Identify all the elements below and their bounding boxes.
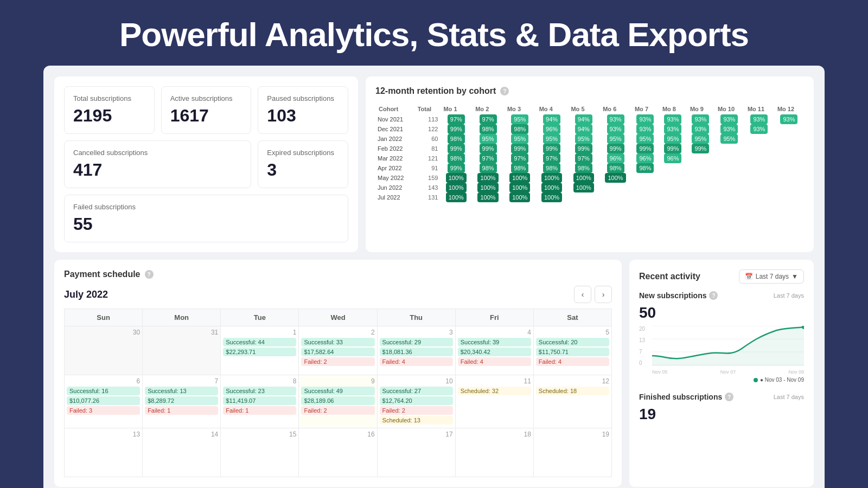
chart-svg-area [652,326,804,366]
cancelled-subscriptions-value: 417 [73,160,242,180]
calendar-icon: 📅 [745,273,753,280]
finished-subscriptions-count: 19 [639,406,804,423]
expired-subscriptions-card: Expired subscriptions 3 [258,140,348,188]
new-subscriptions-chart: 20 13 7 0 [639,326,804,375]
failed-subscriptions-value: 55 [73,214,339,234]
calendar-grid: SunMonTueWedThuFriSat 30311Successful: 4… [64,309,612,477]
schedule-title: Payment schedule [64,269,141,279]
active-subscriptions-card: Active subscriptions 1617 [161,86,252,134]
y-axis-labels: 20 13 7 0 [639,326,650,366]
total-subscriptions-card: Total subscriptions 2195 [64,86,155,134]
retention-help-icon[interactable]: ? [500,87,509,95]
bottom-section: Payment schedule ? July 2022 ‹ › SunMonT… [54,260,814,487]
failed-subscriptions-card: Failed subscriptions 55 [64,195,348,242]
finished-subscriptions-section: Finished subscriptions ? Last 7 days 19 [639,393,804,423]
new-subscriptions-section: New subscriptions ? Last 7 days 50 20 13… [639,291,804,383]
calendar-nav: July 2022 ‹ › [64,286,612,303]
chart-date-label: ● Nov 03 - Nov 09 [639,377,804,383]
total-subscriptions-label: Total subscriptions [73,94,145,102]
page-title: Powerful Analytics, Stats & Data Exports [0,0,868,66]
finished-subscriptions-header: Finished subscriptions ? Last 7 days [639,393,804,401]
retention-title: 12-month retention by cohort [375,86,496,96]
new-subscriptions-period: Last 7 days [774,292,804,299]
finished-subscriptions-period: Last 7 days [774,394,804,400]
top-section: Total subscriptions 2195 Active subscrip… [54,76,814,252]
activity-title: Recent activity [639,272,700,281]
chart-dot [754,378,758,382]
prev-month-button[interactable]: ‹ [574,286,591,303]
activity-header: Recent activity 📅 Last 7 days ▼ [639,269,804,284]
filter-label: Last 7 days [756,273,789,280]
expired-subscriptions-value: 3 [267,160,339,180]
schedule-panel: Payment schedule ? July 2022 ‹ › SunMonT… [54,260,622,487]
main-container: Total subscriptions 2195 Active subscrip… [43,66,825,488]
new-subscriptions-count: 50 [639,304,804,322]
cancelled-subscriptions-label: Cancelled subscriptions [73,149,242,157]
active-subscriptions-label: Active subscriptions [170,94,242,102]
active-subscriptions-value: 1617 [170,106,242,126]
next-month-button[interactable]: › [595,286,612,303]
stats-panel: Total subscriptions 2195 Active subscrip… [54,76,358,252]
chevron-down-icon: ▼ [792,273,798,280]
new-subscriptions-help-icon[interactable]: ? [709,291,718,300]
calendar-month-title: July 2022 [64,289,108,300]
retention-header: 12-month retention by cohort ? [375,86,804,96]
paused-subscriptions-label: Paused subscriptions [267,94,339,102]
new-subscriptions-title: New subscriptions ? [639,291,718,300]
total-subscriptions-value: 2195 [73,106,145,126]
activity-panel: Recent activity 📅 Last 7 days ▼ New subs… [629,260,814,487]
retention-table: CohortTotalMo 1Mo 2Mo 3Mo 4Mo 5Mo 6Mo 7M… [375,104,804,202]
nav-buttons: ‹ › [574,286,612,303]
finished-subscriptions-help-icon[interactable]: ? [725,393,733,401]
new-subscriptions-header: New subscriptions ? Last 7 days [639,291,804,300]
finished-subscriptions-title: Finished subscriptions ? [639,393,733,401]
paused-subscriptions-card: Paused subscriptions 103 [258,86,348,134]
date-filter-button[interactable]: 📅 Last 7 days ▼ [739,269,804,284]
retention-panel: 12-month retention by cohort ? CohortTot… [366,76,814,252]
cancelled-subscriptions-card: Cancelled subscriptions 417 [64,140,251,188]
schedule-help-icon[interactable]: ? [145,270,154,279]
expired-subscriptions-label: Expired subscriptions [267,149,339,157]
paused-subscriptions-value: 103 [267,106,339,126]
schedule-header: Payment schedule ? [64,269,612,279]
failed-subscriptions-label: Failed subscriptions [73,203,339,211]
x-axis-labels: Nov 05 Nov 07 Nov 09 [652,369,804,375]
